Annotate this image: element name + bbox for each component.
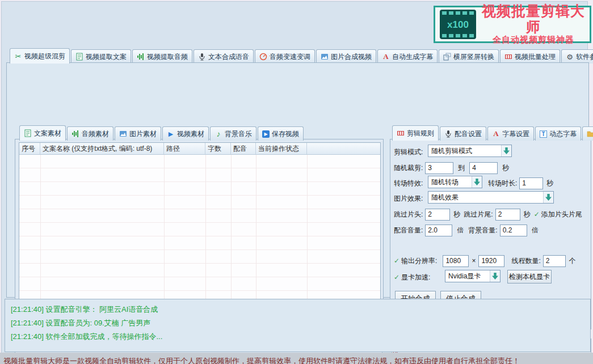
tab-video-super-mix[interactable]: ✂ 视频超级混剪 <box>10 48 70 64</box>
film-icon <box>504 53 512 61</box>
app-window: x100 视频批量剪辑大师 全自动视频剪辑神器 ✂ 视频超级混剪 视频提取文案 … <box>1 1 588 359</box>
transition-label: 转场特效: <box>394 179 423 188</box>
log-line: [21:21:40] 软件全部加载完成，等待操作指令... <box>11 330 584 344</box>
subtab-audio-material[interactable]: 音频素材 <box>67 126 113 141</box>
tab-subtitle-settings[interactable]: A 字幕设置 <box>487 126 534 141</box>
transition-select[interactable]: 随机转场 <box>428 176 482 188</box>
log-line: [21:21:40] 设置配音引擎： 阿里云AI语音合成 <box>11 303 584 316</box>
col-words[interactable]: 字数 <box>205 143 231 154</box>
subtitle-a-icon: A <box>492 130 500 138</box>
times-label: 倍 <box>532 226 539 235</box>
tab-clip-rules[interactable]: 剪辑规则 <box>392 125 439 141</box>
resolution-height-input[interactable] <box>478 255 504 267</box>
document-icon <box>24 129 32 137</box>
subtab-background-music[interactable]: ♪ 背景音乐 <box>210 126 256 141</box>
gpu-label: 显卡加速: <box>401 273 430 282</box>
settings-tab-bar: 剪辑规则 配音设置 A 字幕设置 T 动态字幕 素材目录 <box>392 125 593 141</box>
skip-head-label: 跳过片头: <box>394 210 423 219</box>
chevron-down-icon <box>501 145 511 156</box>
tab-material-directory[interactable]: 素材目录 <box>582 126 593 141</box>
copy-file-table: 序号 文案名称 (仅支持txt格式, 编码: utf-8) 路径 字数 配音 当… <box>19 142 381 308</box>
document-icon <box>75 53 83 61</box>
microphone-icon <box>198 53 206 61</box>
subtitle-a-icon: A <box>382 53 390 61</box>
speed-dial-icon <box>259 53 267 61</box>
image-effect-select[interactable]: 随机效果 <box>428 191 554 204</box>
tab-text-to-speech[interactable]: 文本合成语音 <box>194 49 254 64</box>
col-dubbing[interactable]: 配音 <box>231 143 256 154</box>
clip-mode-label: 剪辑模式: <box>394 147 423 157</box>
disclaimer-footer: 视频批量剪辑大师是一款视频全自动剪辑软件，仅用于个人原创视频制作，提高剪辑效率，… <box>0 353 593 364</box>
transition-duration-input[interactable] <box>519 177 543 189</box>
tab-dynamic-subtitles[interactable]: T 动态字幕 <box>535 126 581 141</box>
to-label: 到 <box>458 163 465 173</box>
tab-video-extract-audio[interactable]: 视频提取音频 <box>132 49 192 64</box>
resolution-width-input[interactable] <box>443 255 469 267</box>
times-label: 倍 <box>457 226 464 235</box>
gpu-select[interactable]: Nvidia显卡 <box>445 270 501 282</box>
disclaimer-text: 视频批量剪辑大师是一款视频全自动剪辑软件，仅用于个人原创视频制作，提高剪辑效率，… <box>3 356 593 364</box>
random-crop-to-input[interactable] <box>469 162 498 174</box>
play-icon: ▶ <box>167 130 175 138</box>
app-subtitle: 全自动视频剪辑神器 <box>482 35 585 45</box>
tab-dubbing-settings[interactable]: 配音设置 <box>440 126 486 141</box>
log-line: [21:21:40] 设置配音员为: 09.艾楠 广告男声 <box>11 316 584 330</box>
film-icon <box>397 129 405 137</box>
save-video-icon: ▶ <box>262 130 270 138</box>
tab-software-settings[interactable]: ⚙ 软件参数设置 <box>561 49 593 64</box>
check-icon: ✓ <box>394 257 399 265</box>
threads-input[interactable] <box>543 255 566 267</box>
subtab-video-material[interactable]: ▶ 视频素材 <box>162 126 209 141</box>
col-name[interactable]: 文案名称 (仅支持txt格式, 编码: utf-8) <box>40 143 164 154</box>
seconds-label: 秒 <box>546 179 553 188</box>
film-badge-icon: x100 <box>440 10 476 39</box>
skip-tail-input[interactable] <box>495 209 520 221</box>
output-resolution-checkbox[interactable]: ✓ 输出分辨率: <box>394 256 437 266</box>
material-tab-bar: 文案素材 音频素材 图片素材 ▶ 视频素材 ♪ 背景音乐 ▶ 保存视频 <box>19 125 305 141</box>
col-path[interactable]: 路径 <box>164 143 205 154</box>
col-serial[interactable]: 序号 <box>19 143 40 154</box>
subtab-copy-material[interactable]: 文案素材 <box>19 125 66 141</box>
col-filler <box>307 143 380 154</box>
tab-image-to-video[interactable]: 图片合成视频 <box>316 49 376 64</box>
subtab-image-material[interactable]: 图片素材 <box>115 126 161 141</box>
clip-mode-select[interactable]: 随机剪辑模式 <box>428 145 512 157</box>
image-icon <box>119 130 127 138</box>
skip-head-input[interactable] <box>425 209 450 221</box>
random-crop-from-input[interactable] <box>425 162 453 174</box>
detect-gpu-button[interactable]: 检测本机显卡 <box>507 270 552 283</box>
text-t-icon: T <box>540 130 547 138</box>
dub-volume-input[interactable] <box>425 225 452 236</box>
check-icon: ✓ <box>394 273 399 281</box>
microphone-icon <box>444 130 452 138</box>
tab-audio-speed-pitch[interactable]: 音频变速变调 <box>255 49 315 64</box>
log-panel: [21:21:40] 设置配音引擎： 阿里云AI语音合成 [21:21:40] … <box>5 299 591 352</box>
folder-icon <box>587 130 593 138</box>
tab-batch-process[interactable]: 视频批量处理 <box>500 49 560 64</box>
audio-wave-icon <box>137 53 145 61</box>
col-status[interactable]: 当前操作状态 <box>256 143 307 154</box>
tab-video-extract-copy[interactable]: 视频提取文案 <box>71 49 131 64</box>
bg-volume-input[interactable] <box>500 225 527 236</box>
subtab-save-video[interactable]: ▶ 保存视频 <box>258 126 304 141</box>
audio-wave-icon <box>72 130 79 138</box>
gpu-accel-checkbox[interactable]: ✓ 显卡加速: <box>394 273 430 282</box>
logo-badge-text: x100 <box>441 20 475 29</box>
bg-volume-label: 背景音量: <box>468 226 497 235</box>
seconds-label: 秒 <box>453 210 460 219</box>
chevron-down-icon <box>543 192 553 203</box>
seconds-label: 秒 <box>524 210 531 219</box>
add-head-tail-checkbox[interactable]: ✓ 添加片头片尾 <box>534 210 582 219</box>
skip-tail-label: 跳过片尾: <box>464 210 493 219</box>
transition-duration-label: 转场时长: <box>488 179 517 188</box>
image-icon <box>321 53 329 61</box>
table-header-row: 序号 文案名称 (仅支持txt格式, 编码: utf-8) 路径 字数 配音 当… <box>19 143 380 155</box>
tab-screen-rotate[interactable]: 横屏竖屏转换 <box>439 49 499 64</box>
resolution-label: 输出分辨率: <box>401 256 437 266</box>
check-icon: ✓ <box>534 210 540 218</box>
table-body-empty <box>19 155 380 307</box>
tab-auto-subtitles[interactable]: A 自动生成字幕 <box>377 49 438 64</box>
dub-volume-label: 配音音量: <box>394 226 423 235</box>
app-title: 视频批量剪辑大师 <box>482 3 585 35</box>
unit-label: 个 <box>569 256 576 266</box>
